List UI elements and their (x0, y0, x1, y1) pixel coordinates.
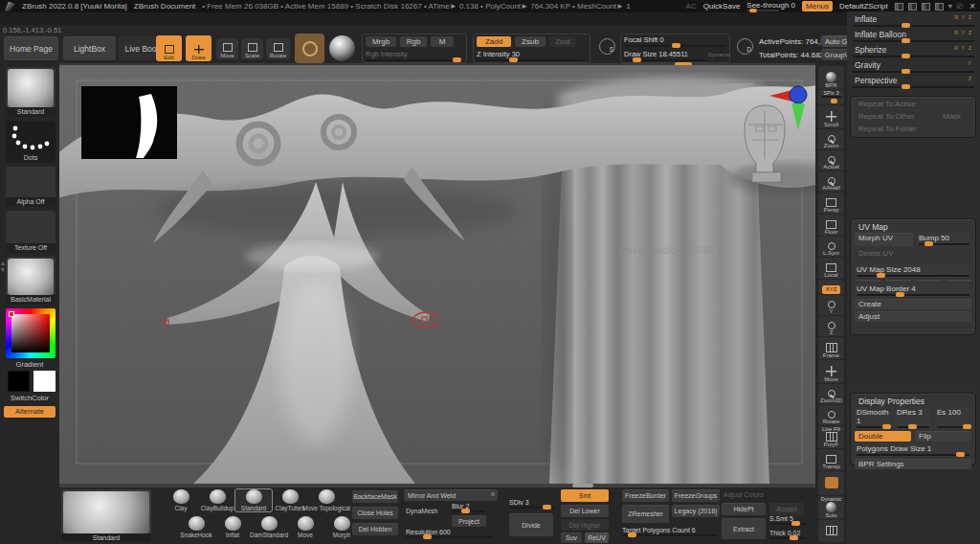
draw-button[interactable]: Draw (186, 35, 212, 61)
repeat-to-folder-button[interactable]: Repeat To Folder (855, 124, 971, 134)
zremesher-button[interactable]: ZRemesher (622, 505, 669, 523)
uv-size-option[interactable] (885, 280, 912, 282)
thick-slider[interactable]: Thick 0.02 (769, 530, 806, 539)
tool-slider[interactable]: Inflate R Y Z (853, 13, 974, 29)
polyf-button[interactable]: Line Fill PolyF (818, 426, 844, 448)
home-page-button[interactable]: Home Page (4, 36, 58, 60)
tool-section-header[interactable] (847, 167, 980, 179)
sdiv-slider[interactable]: SDiv 3 (509, 499, 555, 509)
floor-button[interactable]: Floor (818, 215, 844, 236)
delete-uv-button[interactable]: Delete UV (855, 248, 971, 259)
move-3d-button[interactable]: Move (818, 360, 844, 383)
zoom3d-button[interactable]: Zoom3D (818, 384, 844, 404)
alternate-button[interactable]: Alternate (4, 406, 56, 418)
brush-thumbnail[interactable]: DamStandard (251, 516, 287, 538)
reuv-button[interactable]: ReUV (585, 533, 609, 543)
freeze-border-button[interactable]: FreezeBorder (622, 489, 669, 502)
ghost-button[interactable] (818, 471, 844, 495)
see-through-slider[interactable]: See-through 0 (746, 1, 795, 11)
bpr-settings-button[interactable]: BPR Settings (855, 459, 971, 469)
color-gradient-square[interactable] (11, 314, 50, 352)
zoom-button[interactable]: Zoom (818, 129, 844, 149)
uv-map-header[interactable]: UV Map (855, 221, 971, 233)
color-picker[interactable] (6, 308, 56, 358)
xyz-button[interactable]: XYZ (818, 280, 844, 294)
texture-slot[interactable]: Texture Off (6, 211, 56, 253)
gradient-toggle[interactable]: Gradient (0, 360, 59, 369)
tool-footer-section[interactable] (847, 500, 980, 515)
tool-slider[interactable]: Inflate Balloon R Y Z (853, 29, 974, 44)
del-higher-button[interactable]: Del Higher (561, 519, 609, 531)
menus-button[interactable]: Menus (802, 1, 833, 11)
bpr-button[interactable]: BPR (818, 66, 844, 89)
tool-slider[interactable]: Perspective Z (853, 75, 974, 90)
freeze-groups-button[interactable]: FreezeGroups (672, 489, 720, 502)
map-section-header[interactable] (847, 364, 980, 376)
ssmt-slider[interactable]: S.Smt 5 (769, 515, 806, 525)
current-material-button[interactable] (329, 35, 355, 61)
tool-footer-section[interactable] (847, 469, 980, 485)
smt-button[interactable]: Smt (561, 489, 609, 502)
brush-thumbnail[interactable]: Move Topological (308, 489, 345, 511)
map-section-header[interactable] (847, 376, 980, 389)
tool-section-header[interactable] (847, 142, 980, 154)
rgb-button[interactable]: Rgb (400, 36, 427, 47)
tool-section-header[interactable] (847, 204, 980, 216)
lightbox-button[interactable]: LightBox (63, 36, 116, 60)
move-button[interactable]: Move (216, 38, 238, 59)
brush-thumbnail[interactable]: Move (287, 516, 323, 538)
double-button[interactable]: Double (855, 431, 911, 442)
brush-thumbnail[interactable]: SnakeHook (178, 516, 214, 538)
aahalf-button[interactable]: AAHalf (818, 171, 844, 192)
frame-button[interactable]: Frame (818, 337, 844, 359)
tool-footer-section[interactable] (847, 515, 980, 531)
palette-right-icon[interactable] (935, 3, 944, 11)
uv-size-option[interactable] (915, 280, 942, 282)
bump-slider[interactable]: Bump 50 (917, 233, 971, 246)
m-button[interactable]: M (431, 36, 454, 47)
extract-button[interactable]: Extract (722, 518, 766, 539)
es-slider[interactable]: Es 100 (935, 407, 971, 429)
mirror-and-weld-button[interactable]: Mirror And Weld (404, 489, 498, 501)
del-hidden-button[interactable]: Del Hidden (352, 523, 398, 535)
zadd-button[interactable]: Zadd (477, 36, 511, 47)
lsym-button[interactable]: L.Sym (818, 237, 844, 257)
dres-slider[interactable]: DRes 3 (895, 407, 931, 429)
tool-section-header[interactable] (847, 154, 980, 167)
rgb-intensity-slider[interactable]: Rgb Intensity (366, 50, 461, 61)
scale-button[interactable]: Scale (241, 38, 263, 59)
rotate-3d-button[interactable]: Rotate (818, 405, 844, 425)
close-icon[interactable]: × (969, 2, 975, 11)
current-brush-button[interactable] (295, 34, 324, 63)
main-color-swatch[interactable] (8, 371, 30, 392)
local-button[interactable]: Local (818, 258, 844, 279)
divider-right-icon[interactable] (908, 3, 917, 11)
brush-thumbnail[interactable]: Inflat (214, 516, 251, 538)
active-brush-preview[interactable]: Standard (61, 489, 151, 542)
mrgb-button[interactable]: Mrgb (366, 36, 396, 47)
del-lower-button[interactable]: Del Lower (561, 505, 609, 517)
sculpt-viewport[interactable]: izuka-studio-701080 (59, 65, 815, 484)
dsmooth-slider[interactable]: DSmooth 1 (855, 407, 891, 429)
secondary-color-swatch[interactable] (33, 371, 56, 392)
display-properties-header[interactable]: Display Properties (855, 396, 971, 407)
tool-slider[interactable]: Gravity Y (853, 59, 974, 75)
uv-create-button[interactable]: Create (855, 299, 971, 309)
stroke-preview[interactable]: Dots (6, 121, 56, 163)
scroll-button[interactable]: Scroll (818, 105, 844, 128)
repeat-to-active-button[interactable]: Repeat To Active (855, 99, 971, 109)
morph-uv-button[interactable]: Morph UV (855, 233, 913, 246)
zcut-button[interactable]: Zcut (549, 36, 576, 47)
polygons-draw-size-slider[interactable]: Polygons Draw Size 1 (855, 443, 971, 457)
close-holes-button[interactable]: Close Holes (352, 507, 398, 519)
tool-footer-section[interactable] (847, 485, 980, 500)
draw-size-slider[interactable]: Draw Size 18.45511 (624, 50, 705, 61)
divide-button[interactable]: Divide (509, 513, 553, 536)
repeat-to-other-button[interactable]: Repeat To Other (855, 111, 935, 122)
z-button[interactable]: Z (818, 316, 844, 336)
palette-left-icon[interactable] (922, 3, 930, 11)
brush-thumbnail[interactable]: Clay (163, 489, 199, 511)
alpha-slot[interactable]: Alpha Off (6, 167, 56, 207)
uv-adjust-button[interactable]: Adjust (855, 311, 971, 322)
focal-shift-slider[interactable]: Focal Shift 0 (624, 35, 724, 47)
